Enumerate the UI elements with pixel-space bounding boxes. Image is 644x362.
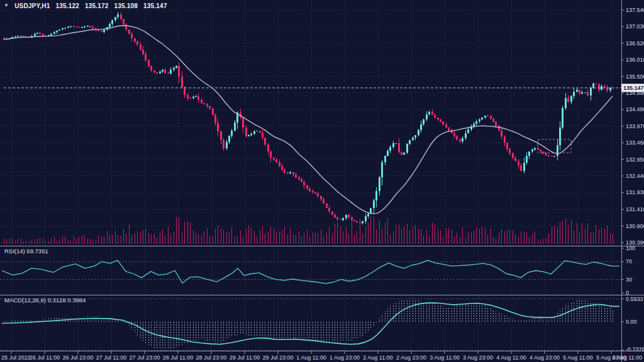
time-axis-label: 29 Jul 11:00: [230, 354, 260, 361]
time-axis-label: 4 Aug 23:00: [530, 354, 560, 361]
macd-indicator-label: MACD(12,26,9) 0.3128 0.3984: [4, 297, 86, 304]
rsi-indicator-label: RSI(14) 59.7351: [4, 248, 48, 255]
trading-terminal-chart: ▼ USDJPY,H1 135.122 135.172 135.108 135.…: [0, 0, 644, 362]
time-axis[interactable]: 25 Jul 202226 Jul 11:0026 Jul 23:0027 Ju…: [1, 351, 642, 361]
time-axis-label: 1 Aug 23:00: [330, 354, 360, 361]
main-chart-panel[interactable]: [0, 0, 621, 246]
time-axis-label: 27 Jul 11:00: [96, 354, 126, 361]
macd-panel[interactable]: [0, 295, 621, 351]
time-axis-label: 8 Aug 11:00: [613, 354, 642, 361]
price-axis-label: 137.030: [626, 23, 644, 30]
price-axis-label: 136.010: [626, 57, 644, 63]
collapse-header-arrow-icon[interactable]: ▼: [4, 3, 9, 9]
chart-canvas[interactable]: 137.540137.030136.520136.010135.500134.9…: [0, 0, 644, 362]
time-axis-label: 27 Jul 23:00: [129, 354, 160, 361]
price-axis-label: 136.520: [626, 40, 644, 47]
symbol-period-label: USDJPY,H1: [14, 3, 50, 9]
chart-ohlc-header: ▼ USDJPY,H1 135.122 135.172 135.108 135.…: [4, 3, 167, 9]
time-axis-label: 3 Aug 23:00: [463, 354, 493, 361]
time-axis-label: 5 Aug 11:00: [563, 354, 592, 361]
price-axis-label: 131.410: [626, 206, 644, 212]
price-axis[interactable]: 137.540137.030136.520136.010135.500134.9…: [621, 7, 644, 353]
high-value: 135.172: [85, 3, 109, 9]
time-axis-label: 3 Aug 11:00: [430, 354, 459, 361]
macd-scale-label: 0.00: [626, 319, 637, 325]
time-axis-label: 28 Jul 23:00: [196, 354, 226, 361]
price-axis-label: 132.440: [626, 173, 644, 179]
time-axis-label: 26 Jul 11:00: [30, 354, 60, 361]
price-axis-label: 135.500: [626, 74, 644, 80]
price-axis-label: 134.480: [626, 106, 644, 112]
time-axis-label: 28 Jul 11:00: [163, 354, 193, 361]
open-value: 135.122: [55, 3, 79, 9]
time-axis-label: 4 Aug 11:00: [496, 354, 526, 361]
time-axis-label: 29 Jul 23:00: [262, 354, 293, 361]
rsi-scale-label: 100: [626, 245, 635, 251]
price-axis-label: 137.540: [626, 7, 644, 13]
rsi-scale-label: 70: [626, 258, 632, 265]
macd-scale-label: 0.5933: [626, 296, 643, 302]
macd-scale-label: -0.7379: [626, 346, 644, 353]
time-axis-label: 25 Jul 2022: [1, 354, 31, 361]
time-axis-label: 1 Aug 11:00: [296, 354, 326, 361]
time-axis-label: 2 Aug 23:00: [396, 354, 426, 361]
rsi-panel[interactable]: [0, 246, 621, 295]
close-value: 135.147: [143, 3, 167, 9]
price-axis-label: 133.970: [626, 123, 644, 129]
low-value: 135.108: [114, 3, 138, 9]
price-axis-label: 133.460: [626, 140, 644, 146]
current-price-tag-value: 135.147: [623, 85, 644, 91]
rsi-scale-label: 30: [626, 277, 632, 283]
price-axis-label: 132.950: [626, 156, 644, 163]
time-axis-label: 2 Aug 11:00: [363, 354, 392, 361]
price-axis-label: 131.930: [626, 189, 644, 195]
price-axis-label: 130.900: [626, 223, 644, 229]
rsi-scale-label: 0: [626, 290, 629, 296]
time-axis-label: 26 Jul 23:00: [62, 354, 93, 361]
